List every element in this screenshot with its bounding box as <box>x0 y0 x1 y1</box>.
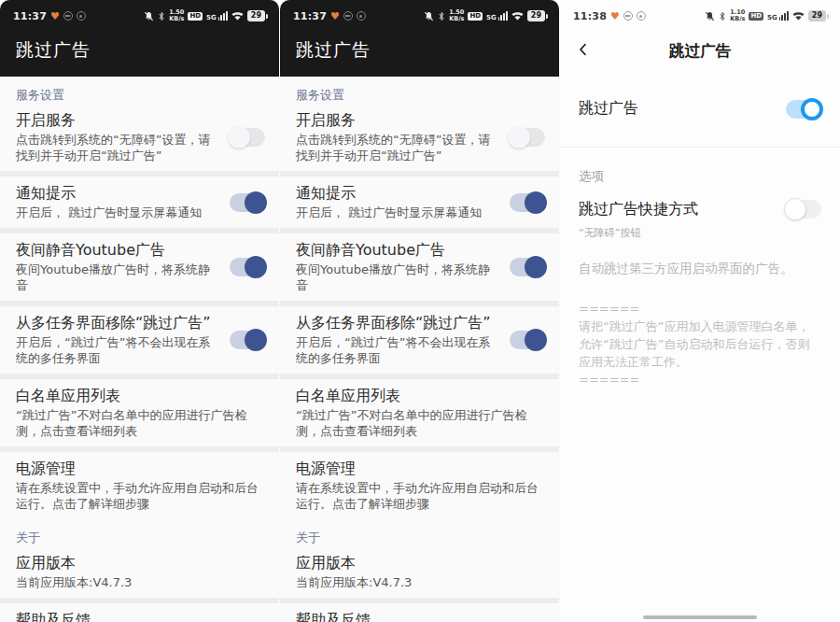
row-power-management[interactable]: 电源管理 请在系统设置中，手动允许应用自启动和后台运行。点击了解详细步骤 <box>280 452 559 519</box>
network-speed: 1.50 KB/s <box>169 9 184 22</box>
page-title: 跳过广告 <box>16 39 91 60</box>
toggle-knob <box>245 191 267 214</box>
clock: 11:37 <box>13 10 47 22</box>
card-feedback: 帮助及反馈 查看应用说明文档，或者向作者提交反馈 <box>280 603 559 622</box>
section-label-about: 关于 <box>0 519 279 546</box>
row-enable-service[interactable]: 开启服务 点击跳转到系统的“无障碍”设置，请找到并手动开启“跳过广告” <box>0 104 279 171</box>
cell-signal-icon: 5G <box>767 11 789 21</box>
toggle-knob <box>525 256 547 278</box>
screen-record-icon <box>357 11 366 21</box>
bluetooth-icon <box>158 11 165 21</box>
toggle-knob <box>228 126 250 148</box>
row-recents-hide[interactable]: 从多任务界面移除“跳过广告” 开启后，“跳过广告”将不会出现在系统的多任务界面 <box>0 306 279 374</box>
service-description: 自动跳过第三方应用启动界面的广告。 <box>579 261 821 277</box>
row-subtitle: 请在系统设置中，手动允许应用自启动和后台运行。点击了解详细步骤 <box>296 480 545 512</box>
app-title-bar: 跳过广告 <box>0 26 279 77</box>
notification-muted-icon <box>144 11 154 21</box>
youtube-mute-toggle[interactable] <box>510 258 545 276</box>
card-power-about: 电源管理 请在系统设置中，手动允许应用自启动和后台运行。点击了解详细步骤 关于 … <box>280 452 559 598</box>
clock: 11:37 <box>293 10 327 22</box>
row-subtitle: 请在系统设置中，手动允许应用自启动和后台运行。点击了解详细步骤 <box>16 480 265 512</box>
enable-service-toggle[interactable] <box>510 128 545 147</box>
row-recents-hide[interactable]: 从多任务界面移除“跳过广告” 开启后，“跳过广告”将不会出现在系统的多任务界面 <box>280 306 559 374</box>
hd-badge: HD <box>468 12 483 21</box>
card-notification: 通知提示 开启后， 跳过广告时显示屏幕通知 <box>280 177 559 228</box>
card-notification: 通知提示 开启后， 跳过广告时显示屏幕通知 <box>0 177 279 228</box>
row-title: 通知提示 <box>296 184 498 202</box>
phone-middle: 11:37 ♥ 1.50 KB/s HD 5G 29 跳过广告 服务设置 <box>280 0 560 622</box>
health-heart-icon: ♥ <box>50 11 60 21</box>
row-app-version[interactable]: 应用版本 当前应用版本:V4.7.3 <box>0 546 279 598</box>
notification-toggle[interactable] <box>230 193 265 212</box>
network-speed: 1.10 KB/s <box>730 9 745 22</box>
card-youtube-mute: 夜间静音Youtube广告 夜间Youtube播放广告时，将系统静音 <box>280 233 559 301</box>
toggle-knob <box>784 198 806 220</box>
bluetooth-icon <box>438 11 445 21</box>
page-title: 跳过广告 <box>669 41 731 62</box>
bluetooth-icon <box>719 11 726 21</box>
wifi-icon <box>231 11 244 21</box>
row-title: 白名单应用列表 <box>16 387 265 404</box>
section-label-service: 服务设置 <box>0 77 279 104</box>
row-notification[interactable]: 通知提示 开启后， 跳过广告时显示屏幕通知 <box>280 177 559 228</box>
home-indicator[interactable] <box>643 615 757 619</box>
enable-service-toggle[interactable] <box>230 128 265 147</box>
row-notification[interactable]: 通知提示 开启后， 跳过广告时显示屏幕通知 <box>0 177 279 228</box>
row-skip-ads-master[interactable]: 跳过广告 <box>560 73 840 147</box>
row-subtitle: 开启后， 跳过广告时显示屏幕通知 <box>16 205 218 220</box>
recents-hide-toggle[interactable] <box>230 331 265 349</box>
row-power-management[interactable]: 电源管理 请在系统设置中，手动允许应用自启动和后台运行。点击了解详细步骤 <box>0 452 279 519</box>
row-subtitle: “无障碍”按钮 <box>579 226 698 240</box>
row-youtube-mute[interactable]: 夜间静音Youtube广告 夜间Youtube播放广告时，将系统静音 <box>280 233 559 301</box>
shortcut-toggle[interactable] <box>786 200 821 219</box>
row-subtitle: 开启后， 跳过广告时显示屏幕通知 <box>296 205 498 220</box>
row-title: 开启服务 <box>16 111 218 129</box>
card-power-about: 电源管理 请在系统设置中，手动允许应用自启动和后台运行。点击了解详细步骤 关于 … <box>0 452 279 598</box>
row-title: 从多任务界面移除“跳过广告” <box>296 314 498 332</box>
card-service: 服务设置 开启服务 点击跳转到系统的“无障碍”设置，请找到并手动开启“跳过广告” <box>280 77 559 171</box>
youtube-mute-toggle[interactable] <box>230 258 265 276</box>
health-heart-icon: ♥ <box>610 11 620 21</box>
notification-toggle[interactable] <box>510 193 545 212</box>
hd-badge: HD <box>188 12 203 21</box>
row-subtitle: 点击跳转到系统的“无障碍”设置，请找到并手动开启“跳过广告” <box>296 132 498 163</box>
do-not-disturb-icon <box>623 11 633 21</box>
row-title: 跳过广告 <box>579 99 638 119</box>
status-bar: 11:37 ♥ 1.50 KB/s HD 5G 29 <box>0 0 279 26</box>
card-recents-hide: 从多任务界面移除“跳过广告” 开启后，“跳过广告”将不会出现在系统的多任务界面 <box>280 306 559 374</box>
hd-badge: HD <box>749 12 763 21</box>
row-youtube-mute[interactable]: 夜间静音Youtube广告 夜间Youtube播放广告时，将系统静音 <box>0 233 279 301</box>
row-subtitle: 点击跳转到系统的“无障碍”设置，请找到并手动开启“跳过广告” <box>16 132 218 163</box>
screen-record-icon <box>637 11 646 21</box>
battery-indicator: 29 <box>808 10 826 21</box>
page-title: 跳过广告 <box>296 39 371 60</box>
row-subtitle: 开启后，“跳过广告”将不会出现在系统的多任务界面 <box>16 334 218 366</box>
row-help-feedback[interactable]: 帮助及反馈 查看应用说明文档，或者向作者提交反馈 <box>280 603 559 622</box>
settings-list: 服务设置 开启服务 点击跳转到系统的“无障碍”设置，请找到并手动开启“跳过广告”… <box>0 77 279 622</box>
toggle-knob <box>525 329 547 351</box>
notification-muted-icon <box>424 11 434 21</box>
skip-ads-master-toggle[interactable] <box>786 100 821 119</box>
row-subtitle: 夜间Youtube播放广告时，将系统静音 <box>296 262 498 293</box>
row-help-feedback[interactable]: 帮助及反馈 查看应用说明文档，或者向作者提交反馈 <box>0 603 279 622</box>
row-shortcut[interactable]: 跳过广告快捷方式 “无障碍”按钮 <box>579 200 821 240</box>
row-subtitle: 当前应用版本:V4.7.3 <box>16 574 265 590</box>
row-whitelist[interactable]: 白名单应用列表 “跳过广告”不对白名单中的应用进行广告检测，点击查看详细列表 <box>0 379 279 446</box>
recents-hide-toggle[interactable] <box>510 331 545 349</box>
row-title: 通知提示 <box>16 184 218 202</box>
row-title: 帮助及反馈 <box>16 611 265 622</box>
card-feedback: 帮助及反馈 查看应用说明文档，或者向作者提交反馈 <box>0 603 279 622</box>
row-app-version[interactable]: 应用版本 当前应用版本:V4.7.3 <box>280 546 559 598</box>
back-button[interactable] <box>575 41 592 62</box>
row-title: 电源管理 <box>16 459 265 477</box>
row-subtitle: 夜间Youtube播放广告时，将系统静音 <box>16 262 218 293</box>
card-service: 服务设置 开启服务 点击跳转到系统的“无障碍”设置，请找到并手动开启“跳过广告” <box>0 77 279 171</box>
toggle-knob <box>801 98 823 120</box>
row-title: 夜间静音Youtube广告 <box>16 241 218 259</box>
status-bar: 11:38 ♥ 1.10 KB/s HD 5G 29 <box>560 0 840 26</box>
row-enable-service[interactable]: 开启服务 点击跳转到系统的“无障碍”设置，请找到并手动开启“跳过广告” <box>280 104 559 171</box>
row-title: 帮助及反馈 <box>296 611 545 622</box>
row-whitelist[interactable]: 白名单应用列表 “跳过广告”不对白名单中的应用进行广告检测，点击查看详细列表 <box>280 379 559 446</box>
clock: 11:38 <box>573 10 607 22</box>
section-label-service: 服务设置 <box>280 77 559 104</box>
